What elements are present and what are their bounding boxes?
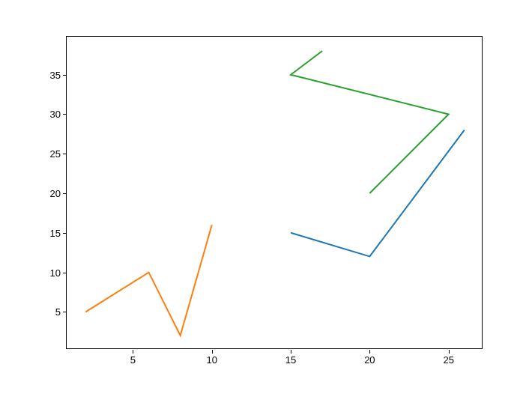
ytick-mark [63,75,67,76]
ytick-mark [63,273,67,273]
xtick-label: 25 [443,354,453,366]
xtick-mark [212,350,213,354]
ytick-label: 20 [50,188,61,199]
xtick-label: 15 [285,354,296,366]
xtick-mark [133,350,133,354]
xtick-label: 10 [207,354,217,366]
xtick-mark [369,350,370,354]
xtick-mark [449,350,450,354]
line-plot-svg [67,37,483,350]
ytick-label: 10 [50,267,61,278]
line-series-blue [291,130,465,257]
xtick-label: 20 [364,354,375,366]
ytick-mark [63,154,67,154]
ytick-label: 35 [50,69,61,80]
ytick-mark [63,233,67,234]
ytick-mark [63,193,67,194]
line-series-orange [85,225,211,336]
ytick-label: 15 [50,227,61,238]
ytick-mark [63,114,67,115]
chart: 5101520255101520253035 [66,36,483,349]
xtick-label: 5 [130,354,136,366]
ytick-mark [63,312,67,312]
plot-area: 5101520255101520253035 [66,36,483,349]
line-series-green [291,51,449,193]
ytick-label: 25 [50,148,61,160]
ytick-label: 5 [55,306,61,318]
ytick-label: 30 [50,109,61,120]
xtick-mark [291,350,291,354]
